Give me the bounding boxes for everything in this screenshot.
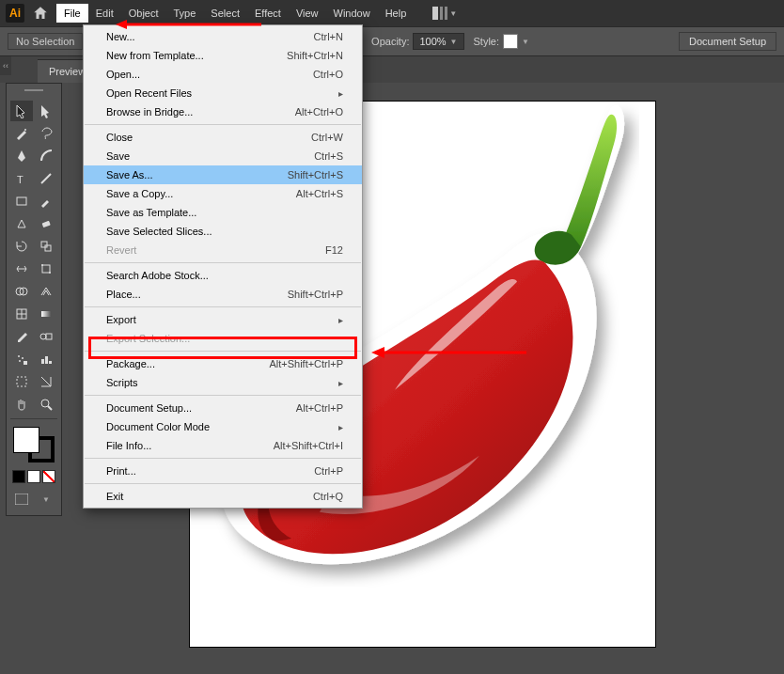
menu-view[interactable]: View — [289, 4, 326, 23]
menu-item-export[interactable]: Export — [84, 310, 362, 329]
menu-item-document-setup[interactable]: Document Setup...Alt+Ctrl+P — [84, 399, 362, 417]
svg-rect-9 — [45, 245, 51, 251]
menu-item-package[interactable]: Package...Alt+Shift+Ctrl+P — [84, 354, 362, 373]
color-mode-swatch[interactable] — [42, 470, 55, 483]
symbol-sprayer-tool[interactable] — [10, 349, 33, 369]
color-mode-swatch[interactable] — [27, 470, 40, 483]
menu-edit[interactable]: Edit — [88, 4, 121, 23]
menu-item-save-as[interactable]: Save As...Shift+Ctrl+S — [84, 165, 362, 184]
svg-point-22 — [22, 357, 24, 359]
app-topbar: Ai FileEditObjectTypeSelectEffectViewWin… — [0, 0, 784, 26]
color-mode-swatch[interactable] — [12, 470, 25, 483]
svg-rect-6 — [17, 197, 26, 205]
magic-wand-tool[interactable] — [10, 123, 33, 144]
menu-item-close[interactable]: CloseCtrl+W — [84, 128, 362, 147]
pen-tool[interactable] — [10, 146, 33, 166]
file-menu-dropdown: New...Ctrl+NNew from Template...Shift+Ct… — [83, 24, 363, 509]
menu-window[interactable]: Window — [326, 4, 378, 23]
mesh-tool[interactable] — [10, 304, 33, 324]
svg-rect-26 — [45, 356, 48, 364]
panel-grip[interactable] — [10, 89, 57, 97]
menu-item-open-recent-files[interactable]: Open Recent Files — [84, 84, 362, 102]
gradient-tool[interactable] — [35, 304, 57, 324]
selection-tool[interactable] — [10, 101, 33, 121]
menu-item-open[interactable]: Open...Ctrl+O — [84, 65, 362, 84]
eraser-tool[interactable] — [35, 213, 57, 234]
svg-point-23 — [19, 360, 21, 362]
shape-builder-tool[interactable] — [10, 281, 33, 302]
menu-object[interactable]: Object — [121, 4, 166, 23]
document-setup-button[interactable]: Document Setup — [679, 32, 776, 51]
svg-point-11 — [41, 264, 43, 266]
menu-item-browse-in-bridge[interactable]: Browse in Bridge...Alt+Ctrl+O — [84, 102, 362, 121]
style-swatch[interactable] — [503, 34, 518, 49]
svg-rect-8 — [41, 242, 47, 247]
opacity-field[interactable]: 100%▼ — [413, 33, 463, 50]
svg-point-12 — [49, 272, 51, 274]
toolbox: T ▼ — [6, 83, 62, 516]
svg-rect-1 — [440, 7, 443, 20]
eyedropper-tool[interactable] — [10, 326, 33, 347]
menu-file[interactable]: File — [56, 4, 88, 23]
fill-stroke-control[interactable] — [11, 425, 56, 464]
menu-effect[interactable]: Effect — [247, 4, 289, 23]
menu-item-exit[interactable]: ExitCtrl+Q — [84, 487, 362, 506]
menu-item-save[interactable]: SaveCtrl+S — [84, 147, 362, 165]
line-tool[interactable] — [35, 168, 57, 189]
menu-item-place[interactable]: Place...Shift+Ctrl+P — [84, 285, 362, 304]
slice-tool[interactable] — [35, 371, 57, 392]
menu-type[interactable]: Type — [166, 4, 204, 23]
menu-item-print[interactable]: Print...Ctrl+P — [84, 462, 362, 480]
fill-color[interactable] — [13, 427, 39, 453]
blend-tool[interactable] — [35, 326, 57, 347]
menu-select[interactable]: Select — [203, 4, 247, 23]
lasso-tool[interactable] — [35, 123, 57, 144]
direct-selection-tool[interactable] — [35, 101, 57, 121]
menu-item-save-as-template[interactable]: Save as Template... — [84, 203, 362, 222]
shaper-tool[interactable] — [10, 213, 33, 234]
menu-item-scripts[interactable]: Scripts — [84, 373, 362, 392]
screen-mode-normal[interactable] — [10, 489, 33, 509]
svg-rect-0 — [432, 7, 438, 20]
perspective-tool[interactable] — [35, 281, 57, 302]
width-tool[interactable] — [10, 259, 33, 279]
rectangle-tool[interactable] — [10, 191, 33, 212]
artboard-tool[interactable] — [10, 371, 33, 392]
opacity-label: Opacity: — [371, 36, 409, 47]
paintbrush-tool[interactable] — [35, 191, 57, 212]
menu-item-new[interactable]: New...Ctrl+N — [84, 27, 362, 46]
menu-item-file-info[interactable]: File Info...Alt+Shift+Ctrl+I — [84, 436, 362, 455]
column-graph-tool[interactable] — [35, 349, 57, 369]
screen-mode-dropdown[interactable]: ▼ — [35, 489, 57, 509]
curvature-tool[interactable] — [35, 146, 57, 166]
menu-item-new-from-template[interactable]: New from Template...Shift+Ctrl+N — [84, 46, 362, 65]
menu-separator — [85, 306, 361, 307]
menu-separator — [85, 483, 361, 484]
style-label: Style: — [474, 36, 500, 47]
workspace-switcher[interactable]: ▼ — [432, 7, 457, 20]
type-tool[interactable]: T — [10, 168, 33, 189]
svg-rect-20 — [46, 334, 52, 339]
scale-tool[interactable] — [35, 236, 57, 257]
hand-tool[interactable] — [10, 394, 33, 415]
home-icon[interactable] — [32, 5, 49, 22]
svg-rect-27 — [49, 361, 52, 364]
zoom-tool[interactable] — [35, 394, 57, 415]
free-transform-tool[interactable] — [35, 259, 57, 279]
menu-item-document-color-mode[interactable]: Document Color Mode — [84, 417, 362, 436]
svg-rect-25 — [41, 359, 44, 364]
menu-item-save-selected-slices[interactable]: Save Selected Slices... — [84, 222, 362, 241]
svg-line-5 — [41, 174, 51, 183]
svg-point-21 — [18, 355, 20, 357]
menu-item-save-a-copy[interactable]: Save a Copy...Alt+Ctrl+S — [84, 184, 362, 203]
svg-rect-10 — [42, 265, 50, 273]
menu-item-search-adobe-stock[interactable]: Search Adobe Stock... — [84, 266, 362, 285]
panel-collapse-toggle[interactable]: ‹‹ — [0, 56, 11, 75]
menu-help[interactable]: Help — [378, 4, 415, 23]
svg-text:T: T — [17, 174, 24, 185]
svg-rect-2 — [445, 7, 447, 20]
rotate-tool[interactable] — [10, 236, 33, 257]
svg-rect-18 — [41, 311, 51, 317]
menu-separator — [85, 351, 361, 352]
menubar: FileEditObjectTypeSelectEffectViewWindow… — [56, 4, 414, 23]
